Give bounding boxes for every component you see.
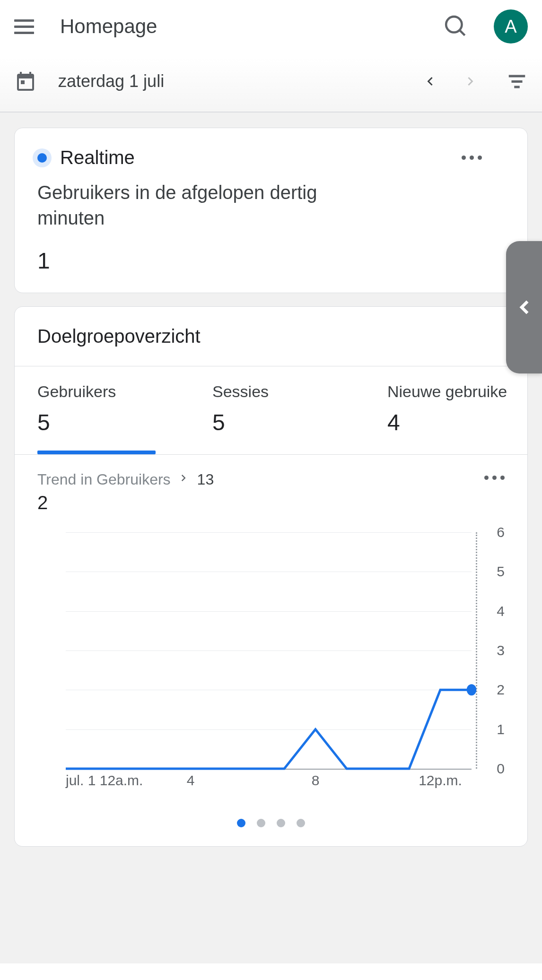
user-avatar[interactable]: A: [494, 9, 528, 43]
y-tick: 1: [497, 721, 505, 737]
tab-nieuwe-gebruikers[interactable]: Nieuwe gebruike 4: [365, 366, 527, 454]
metric-tabs: Gebruikers 5 Sessies 5 Nieuwe gebruike 4: [15, 366, 527, 455]
trend-current: 2: [37, 492, 505, 513]
search-icon[interactable]: [444, 15, 468, 38]
y-tick: 6: [497, 524, 505, 540]
side-drawer-handle[interactable]: [506, 241, 542, 373]
tab-gebruikers[interactable]: Gebruikers 5: [15, 366, 190, 454]
trend-chart: 0123456jul. 1 12a.m.4812p.m.: [15, 532, 527, 807]
x-tick: jul. 1 12a.m.: [66, 772, 143, 789]
hamburger-menu-icon[interactable]: [14, 14, 39, 39]
next-day-button[interactable]: [462, 72, 481, 91]
tab-value: 5: [212, 409, 365, 435]
tab-sessies[interactable]: Sessies 5: [190, 366, 365, 454]
pager-dot[interactable]: [237, 819, 245, 827]
chart-pager: [15, 807, 527, 846]
realtime-subtitle: Gebruikers in de afgelopen dertig minute…: [37, 180, 378, 231]
realtime-more-button[interactable]: [462, 156, 482, 160]
y-tick: 3: [497, 642, 505, 659]
svg-point-0: [467, 684, 477, 695]
x-tick: 12p.m.: [419, 772, 462, 789]
x-tick: 4: [187, 772, 195, 789]
live-indicator-icon: [37, 153, 47, 163]
date-bar: zaterdag 1 juli: [0, 58, 542, 113]
top-bar: Homepage A: [0, 0, 542, 58]
trend-more-button[interactable]: [484, 476, 505, 480]
avatar-initial: A: [505, 17, 516, 37]
calendar-icon[interactable]: [14, 70, 37, 93]
tab-label: Nieuwe gebruike: [387, 382, 527, 401]
realtime-card: Realtime Gebruikers in de afgelopen dert…: [14, 128, 528, 293]
overview-title: Doelgroepoverzicht: [15, 307, 527, 366]
pager-dot[interactable]: [257, 819, 265, 827]
realtime-title: Realtime: [60, 147, 135, 168]
overview-card: Doelgroepoverzicht Gebruikers 5 Sessies …: [14, 306, 528, 847]
trend-label: Trend in Gebruikers: [37, 471, 171, 488]
y-tick: 2: [497, 682, 505, 698]
chevron-right-icon: [177, 471, 191, 488]
trend-total: 13: [197, 471, 214, 488]
tab-value: 4: [387, 409, 527, 435]
realtime-value: 1: [37, 248, 505, 274]
selected-date[interactable]: zaterdag 1 juli: [58, 71, 409, 91]
filter-icon[interactable]: [506, 70, 528, 92]
y-tick: 0: [497, 761, 505, 777]
pager-dot[interactable]: [297, 819, 305, 827]
tab-label: Sessies: [212, 382, 365, 401]
trend-header: Trend in Gebruikers 13 2: [15, 455, 527, 523]
tab-label: Gebruikers: [37, 382, 190, 401]
x-tick: 8: [312, 772, 320, 789]
y-tick: 4: [497, 603, 505, 619]
prev-day-button[interactable]: [420, 72, 439, 91]
y-tick: 5: [497, 564, 505, 580]
tab-value: 5: [37, 409, 190, 435]
page-title: Homepage: [60, 15, 444, 38]
pager-dot[interactable]: [277, 819, 285, 827]
